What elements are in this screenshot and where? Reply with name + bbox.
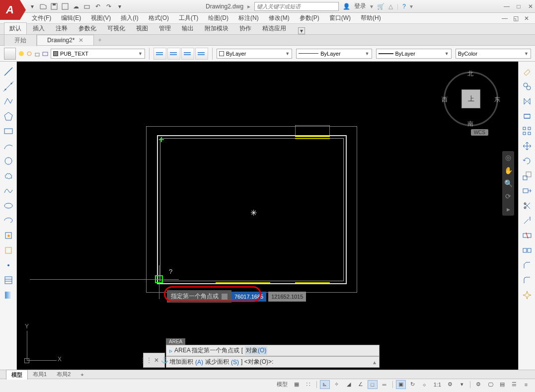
layout-tab-model[interactable]: 模型 bbox=[6, 370, 28, 380]
polygon-tool[interactable] bbox=[2, 110, 14, 122]
qat-redo-icon[interactable]: ↷ bbox=[104, 2, 113, 11]
linetype-dropdown[interactable]: ByLayer ▼ bbox=[296, 49, 372, 59]
customize-icon[interactable]: ≡ bbox=[521, 380, 531, 389]
mdi-restore[interactable]: ◱ bbox=[511, 14, 520, 22]
extend-tool[interactable] bbox=[521, 215, 533, 227]
ortho-icon[interactable]: ⊾ bbox=[320, 380, 330, 389]
login-link[interactable]: 登录 bbox=[354, 2, 366, 10]
plotstyle-dropdown[interactable]: ByColor ▼ bbox=[456, 49, 531, 59]
wcs-label[interactable]: WCS bbox=[471, 129, 488, 136]
grid-icon[interactable]: ▦ bbox=[292, 380, 302, 389]
spline-tool[interactable] bbox=[2, 185, 14, 197]
doc-dropdown-icon[interactable]: ▸ bbox=[247, 3, 250, 10]
menu-view[interactable]: 视图(V) bbox=[87, 13, 115, 23]
layer-iso-button[interactable] bbox=[167, 48, 180, 60]
trim-tool[interactable] bbox=[521, 200, 533, 212]
viewcube-top[interactable]: 上 bbox=[461, 89, 480, 108]
ribbon-tab-featured[interactable]: 精选应用 bbox=[257, 23, 291, 34]
menu-dim[interactable]: 标注(N) bbox=[234, 13, 263, 23]
point-tool[interactable] bbox=[2, 259, 14, 271]
isodraft-icon[interactable]: ◢ bbox=[344, 380, 354, 389]
ellipse-tool[interactable] bbox=[2, 200, 14, 212]
layer-prev-button[interactable] bbox=[195, 48, 208, 60]
menu-window[interactable]: 窗口(W) bbox=[325, 13, 355, 23]
qat-undo-icon[interactable]: ↶ bbox=[93, 2, 102, 11]
revcloud-tool[interactable] bbox=[2, 170, 14, 182]
color-dropdown[interactable]: ByLayer ▼ bbox=[217, 49, 292, 59]
add-tab-button[interactable]: ＋ bbox=[94, 36, 106, 44]
layer-state-button[interactable] bbox=[153, 48, 166, 60]
scale-tool[interactable] bbox=[521, 170, 533, 182]
help-dropdown-icon[interactable]: ▾ bbox=[410, 3, 413, 10]
minimize-button[interactable]: — bbox=[502, 2, 511, 10]
exchange-icon[interactable]: 🛒 bbox=[377, 3, 384, 10]
maximize-button[interactable]: □ bbox=[514, 2, 523, 10]
ribbon-tab-view[interactable]: 视图 bbox=[131, 23, 153, 34]
mdi-close[interactable]: ✕ bbox=[522, 14, 531, 22]
menu-param[interactable]: 参数(P) bbox=[296, 13, 323, 23]
file-tab-start[interactable]: 开始 bbox=[4, 34, 37, 46]
break-tool[interactable] bbox=[521, 230, 533, 241]
ribbon-tab-collab[interactable]: 协作 bbox=[234, 23, 256, 34]
lineweight-dropdown[interactable]: ByLayer ▼ bbox=[376, 49, 452, 59]
search-input[interactable] bbox=[254, 2, 339, 11]
gear-icon[interactable]: ⚙ bbox=[445, 380, 455, 389]
steering-wheel-icon[interactable]: ◎ bbox=[504, 153, 513, 162]
layout-tab-layout1[interactable]: 布局1 bbox=[28, 370, 52, 379]
menu-draw[interactable]: 绘图(D) bbox=[204, 13, 232, 23]
qat-open-icon[interactable] bbox=[39, 2, 48, 11]
login-dropdown-icon[interactable]: ▾ bbox=[370, 3, 373, 10]
offset-tool[interactable] bbox=[521, 110, 533, 122]
close-icon[interactable]: ✕ bbox=[78, 37, 83, 44]
pan-icon[interactable]: ✋ bbox=[504, 166, 513, 175]
snap-icon[interactable]: ⸬ bbox=[304, 380, 313, 389]
qat-new-icon[interactable]: ▾ bbox=[28, 2, 37, 11]
qat-cloud-icon[interactable]: ☁ bbox=[72, 2, 80, 11]
ribbon-tab-output[interactable]: 输出 bbox=[177, 23, 199, 34]
help-icon[interactable]: ? bbox=[402, 3, 406, 10]
polyline-tool[interactable] bbox=[2, 95, 14, 107]
join-tool[interactable] bbox=[521, 244, 533, 256]
ribbon-tab-addins[interactable]: 附加模块 bbox=[200, 23, 233, 34]
selection-cycling-icon[interactable]: ↻ bbox=[408, 380, 418, 389]
showmotion-icon[interactable]: ▸ bbox=[504, 205, 513, 214]
layer-match-button[interactable] bbox=[181, 48, 194, 60]
sun-icon[interactable] bbox=[26, 50, 33, 57]
file-tab-drawing[interactable]: Drawing2* ✕ bbox=[37, 35, 94, 45]
add-layout-button[interactable]: + bbox=[76, 371, 88, 379]
workspace-icon[interactable]: ⚙ bbox=[473, 380, 483, 389]
circle-tool[interactable] bbox=[2, 155, 14, 167]
layer-dropdown[interactable]: PUB_TEXT ▼ bbox=[51, 49, 145, 59]
mirror-tool[interactable] bbox=[521, 95, 533, 107]
coord-x-input[interactable]: 76017.1685 bbox=[231, 292, 266, 302]
monitor-icon[interactable]: 🖵 bbox=[485, 380, 495, 389]
drawing-canvas[interactable]: 上 北 南 西 东 WCS ◎ ✋ 🔍 ⟳ ▸ ? ✳ 指定第一个角点 bbox=[17, 62, 518, 370]
ribbon-menu-icon[interactable]: ▾ bbox=[298, 27, 305, 34]
quick-properties-icon[interactable]: ☰ bbox=[509, 380, 519, 389]
menu-help[interactable]: 帮助(H) bbox=[357, 13, 385, 23]
qat-plot-icon[interactable] bbox=[82, 2, 91, 11]
viewcube[interactable]: 上 北 南 西 东 bbox=[444, 72, 498, 126]
explode-tool[interactable] bbox=[521, 289, 533, 301]
transparency-icon[interactable]: ▣ bbox=[396, 380, 406, 389]
rotate-tool[interactable] bbox=[521, 155, 533, 167]
copy-tool[interactable] bbox=[521, 80, 533, 92]
lock-icon[interactable] bbox=[34, 50, 41, 57]
zoom-icon[interactable]: 🔍 bbox=[504, 179, 513, 188]
ribbon-tab-annotate[interactable]: 注释 bbox=[51, 23, 73, 34]
menu-modify[interactable]: 修改(M) bbox=[265, 13, 294, 23]
ribbon-tab-manage[interactable]: 管理 bbox=[154, 23, 176, 34]
construction-line-tool[interactable] bbox=[2, 80, 14, 92]
3dosnap-icon[interactable]: ⟐ bbox=[420, 380, 430, 389]
plot-icon[interactable] bbox=[42, 50, 49, 57]
ribbon-tab-visualize[interactable]: 可视化 bbox=[102, 23, 130, 34]
qat-saveas-icon[interactable] bbox=[61, 2, 70, 11]
command-handle[interactable]: ⋮⋮✕⚓ bbox=[143, 353, 165, 368]
search-icon[interactable]: 👤 bbox=[343, 3, 350, 10]
annotation-scale[interactable]: 1:1 bbox=[432, 382, 443, 388]
layer-properties-button[interactable] bbox=[4, 48, 16, 60]
line-tool[interactable] bbox=[2, 66, 14, 78]
app-logo[interactable]: A bbox=[0, 0, 20, 20]
ribbon-tab-insert[interactable]: 插入 bbox=[28, 23, 50, 34]
share-icon[interactable]: △ bbox=[388, 3, 393, 10]
